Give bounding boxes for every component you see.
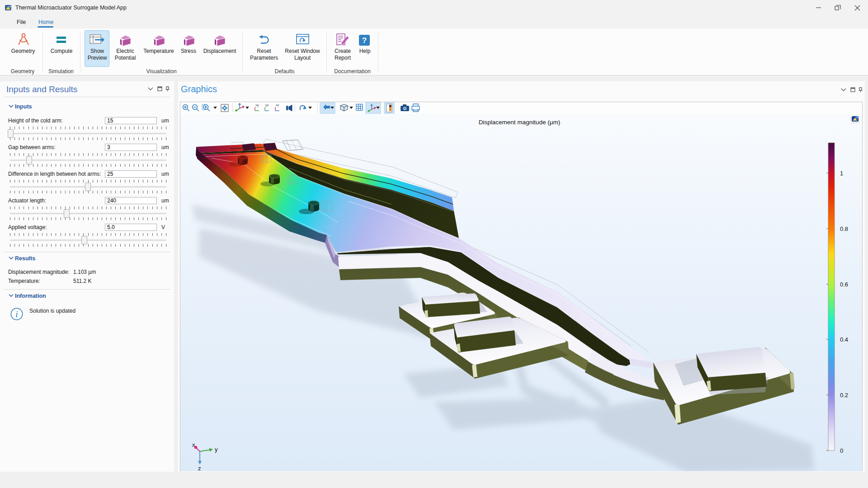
svg-text:i: i [15,310,18,319]
svg-text:x: x [192,441,195,448]
svg-text:0.2: 0.2 [840,392,848,399]
svg-text:0: 0 [840,447,843,454]
svg-text:xz: xz [276,103,279,107]
svg-text:0.4: 0.4 [840,336,848,343]
svg-text:?: ? [362,36,367,45]
svg-text:xy: xy [255,103,259,107]
svg-text:z: z [198,465,201,471]
svg-text:Displacement magnitude (µm): Displacement magnitude (µm) [479,119,560,126]
svg-text:0.8: 0.8 [840,225,848,232]
svg-text:y: y [215,446,218,453]
svg-text:0.6: 0.6 [840,281,848,288]
svg-text:yz: yz [265,103,269,107]
svg-text:1: 1 [840,170,843,177]
